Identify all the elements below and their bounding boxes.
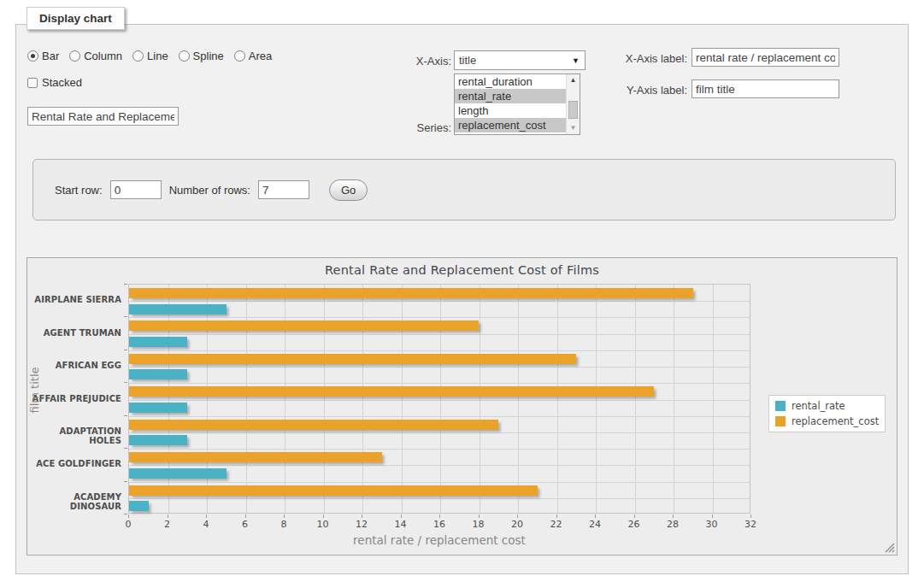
gridline-vertical: [518, 285, 519, 513]
x-tick-label: 28: [660, 519, 686, 530]
gridline-horizontal: [129, 334, 750, 335]
x-tick-mark: [517, 514, 518, 518]
series-listbox[interactable]: rental_durationrental_ratelengthreplacem…: [454, 73, 580, 135]
panel-legend: Display chart: [26, 7, 125, 30]
gridline-horizontal: [129, 465, 750, 466]
y-tick-mark: [124, 448, 127, 449]
x-tick-mark: [712, 514, 713, 518]
chart: Rental Rate and Replacement Cost of Film…: [26, 257, 898, 556]
gridline-horizontal: [129, 367, 750, 367]
series-option-rental_duration[interactable]: rental_duration: [455, 74, 566, 89]
x-tick-mark: [245, 514, 246, 518]
chevron-down-icon: ▼: [572, 56, 580, 65]
legend-item-replacement_cost: replacement_cost: [775, 415, 879, 427]
x-tick-label: 12: [349, 519, 374, 530]
x-tick-label: 14: [388, 519, 414, 530]
x-tick-mark: [750, 514, 751, 518]
x-tick-mark: [168, 514, 168, 518]
x-tick-mark: [479, 514, 480, 518]
gridline-vertical: [207, 285, 208, 513]
bar-rental_rate: [129, 337, 187, 347]
bar-rental_rate: [129, 304, 227, 315]
legend-label: rental_rate: [792, 400, 845, 412]
series-listbox-label: Series:: [400, 121, 451, 134]
chart-type-label: Line: [147, 50, 168, 62]
gridline-horizontal: [129, 383, 750, 384]
y-axis-label-input[interactable]: [692, 79, 839, 98]
stacked-checkbox[interactable]: [27, 78, 38, 88]
bar-replacement_cost: [129, 288, 693, 298]
chart-type-radio-line[interactable]: Line: [132, 50, 168, 62]
chart-type-radio-column[interactable]: Column: [69, 50, 122, 62]
gridline-horizontal: [129, 350, 750, 351]
x-axis-select[interactable]: title ▼: [454, 50, 586, 70]
num-rows-input[interactable]: [258, 180, 309, 199]
x-tick-label: 6: [232, 519, 258, 530]
gridline-vertical: [246, 285, 247, 513]
x-axis-title: rental rate / replacement cost: [128, 533, 750, 547]
y-axis-label-field-label: Y-Axis label:: [606, 84, 687, 97]
gridline-vertical: [440, 285, 441, 513]
y-tick-mark: [124, 415, 127, 416]
series-option-rental_rate[interactable]: rental_rate: [455, 89, 566, 103]
stacked-label: Stacked: [42, 76, 82, 89]
category-label: AIRPLANE SIERRA: [27, 295, 121, 304]
x-tick-label: 10: [310, 519, 336, 530]
scrollbar-thumb[interactable]: [568, 101, 578, 119]
x-tick-mark: [362, 514, 362, 518]
gridline-vertical: [480, 285, 480, 513]
go-button[interactable]: Go: [329, 179, 368, 201]
bar-rental_rate: [129, 435, 187, 445]
bar-rental_rate: [129, 403, 187, 413]
x-axis-label-input[interactable]: [692, 48, 839, 67]
series-options: rental_durationrental_ratelengthreplacem…: [455, 74, 566, 134]
scroll-down-icon[interactable]: ▼: [567, 122, 580, 134]
stacked-option[interactable]: Stacked: [27, 76, 82, 89]
gridline-vertical: [635, 285, 636, 513]
legend-item-rental_rate: rental_rate: [775, 400, 879, 412]
category-label: AGENT TRUMAN: [27, 328, 121, 338]
gridline-vertical: [362, 285, 363, 513]
x-tick-label: 18: [466, 519, 491, 530]
gridline-vertical: [168, 285, 169, 513]
chart-type-radio-bar[interactable]: Bar: [27, 50, 59, 62]
chart-type-label: Area: [249, 50, 272, 62]
bar-replacement_cost: [129, 354, 576, 364]
category-label: ADAPTATION HOLES: [27, 426, 121, 445]
scroll-up-icon[interactable]: ▲: [567, 74, 580, 86]
category-label: ACE GOLDFINGER: [27, 459, 121, 468]
x-tick-label: 26: [621, 519, 647, 530]
category-label: ACADEMY DINOSAUR: [27, 492, 121, 511]
row-controls-panel: Start row: Number of rows: Go: [32, 159, 896, 220]
series-option-length[interactable]: length: [455, 103, 566, 118]
gridline-horizontal: [129, 400, 750, 401]
gridline-vertical: [402, 285, 403, 513]
chart-type-radio-area[interactable]: Area: [234, 50, 272, 62]
chart-type-radio-spline[interactable]: Spline: [179, 50, 224, 62]
x-tick-mark: [673, 514, 674, 518]
gridline-vertical: [324, 285, 325, 513]
chart-title-input[interactable]: [27, 107, 179, 126]
resize-handle-icon[interactable]: [885, 543, 895, 553]
bar-replacement_cost: [129, 386, 654, 397]
x-tick-label: 30: [699, 519, 725, 530]
series-listbox-scrollbar[interactable]: ▲ ▼: [566, 74, 580, 134]
y-axis-title: film title: [28, 348, 41, 433]
start-row-label: Start row:: [55, 184, 103, 197]
series-option-replacement_cost[interactable]: replacement_cost: [455, 118, 566, 132]
bar-rental_rate: [129, 501, 149, 511]
y-tick-mark: [124, 350, 127, 350]
gridline-horizontal: [129, 317, 750, 318]
legend-label: replacement_cost: [792, 415, 879, 427]
chart-legend: rental_ratereplacement_cost: [768, 395, 886, 432]
x-tick-mark: [128, 514, 129, 518]
x-tick-label: 32: [738, 519, 763, 530]
x-tick-label: 20: [504, 519, 530, 530]
chart-type-label: Column: [84, 50, 122, 62]
gridline-horizontal: [129, 449, 750, 450]
bar-rental_rate: [129, 468, 227, 479]
start-row-input[interactable]: [110, 180, 162, 199]
y-tick-mark: [124, 316, 127, 317]
x-tick-mark: [401, 514, 402, 518]
y-tick-mark: [124, 481, 127, 482]
